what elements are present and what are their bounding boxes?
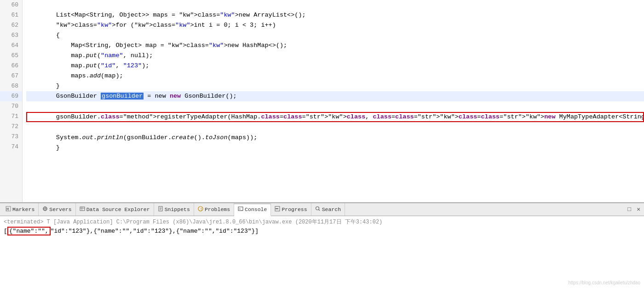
servers-tab-label: Servers bbox=[49, 206, 71, 212]
tab-progress[interactable]: Progress bbox=[271, 203, 311, 216]
code-line-64: Map<String, Object> map = "kw">class="kw… bbox=[26, 41, 644, 51]
code-line-73: System.out.println(gsonBuilder.create().… bbox=[26, 133, 644, 143]
svg-point-18 bbox=[316, 207, 319, 210]
line-num-73: 73 bbox=[0, 132, 22, 142]
problems-tab-icon: ! bbox=[198, 206, 203, 213]
tab-snippets[interactable]: Snippets bbox=[154, 203, 194, 216]
minimize-button[interactable]: □ bbox=[626, 206, 633, 212]
tab-console[interactable]: >_Console bbox=[234, 204, 271, 216]
tab-markers[interactable]: MMarkers bbox=[2, 203, 39, 216]
code-lines: List<Map<String, Object>> maps = "kw">cl… bbox=[23, 0, 644, 202]
console-terminated-text: <terminated> T [Java Application] C:\Pro… bbox=[4, 218, 640, 226]
line-num-66: 66 bbox=[0, 61, 22, 71]
search-tab-label: Search bbox=[322, 206, 341, 212]
code-line-61: List<Map<String, Object>> maps = "kw">cl… bbox=[26, 10, 644, 20]
tab-search[interactable]: Search bbox=[311, 203, 345, 216]
svg-text:M: M bbox=[6, 207, 9, 212]
tab-datasource[interactable]: Data Source Explorer bbox=[76, 203, 154, 216]
markers-tab-icon: M bbox=[6, 206, 11, 213]
datasource-tab-icon bbox=[80, 206, 85, 213]
line-num-64: 64 bbox=[0, 41, 22, 51]
console-tab-label: Console bbox=[245, 206, 267, 212]
line-num-74: 74 bbox=[0, 142, 22, 152]
code-line-72 bbox=[26, 123, 644, 133]
markers-tab-label: Markers bbox=[12, 206, 34, 212]
problems-tab-label: Problems bbox=[205, 206, 230, 212]
line-num-68: 68 bbox=[0, 81, 22, 91]
line-num-72: 72 bbox=[0, 122, 22, 132]
code-line-67: maps.add(map); bbox=[26, 71, 644, 81]
code-line-62: "kw">class="kw">for ("kw">class="kw">int… bbox=[26, 20, 644, 30]
snippets-tab-label: Snippets bbox=[165, 206, 190, 212]
progress-tab-label: Progress bbox=[282, 206, 307, 212]
line-num-67: 67 bbox=[0, 71, 22, 81]
bottom-panel: MMarkersServersData Source ExplorerSnipp… bbox=[0, 203, 644, 288]
console-tab-icon: >_ bbox=[238, 206, 243, 213]
line-num-62: 62 bbox=[0, 20, 22, 30]
watermark: https://blog.csdn.net/kgailetu/zhdao bbox=[568, 280, 640, 285]
line-num-63: 63 bbox=[0, 30, 22, 41]
line-num-61: 61 bbox=[0, 10, 22, 20]
line-numbers: 606162636465666768697071727374 bbox=[0, 0, 23, 202]
line-num-69: 69 bbox=[0, 91, 22, 101]
code-line-68: } bbox=[26, 81, 644, 91]
console-output: [{"name":"","id":"123"},{"name":"","id":… bbox=[4, 228, 640, 235]
progress-tab-icon bbox=[275, 206, 280, 213]
code-line-66: map.put("id", "123"); bbox=[26, 61, 644, 71]
line-num-70: 70 bbox=[0, 101, 22, 112]
snippets-tab-icon bbox=[158, 206, 163, 213]
line-num-60: 60 bbox=[0, 0, 22, 10]
tab-bar: MMarkersServersData Source ExplorerSnipp… bbox=[0, 203, 644, 216]
svg-text:!: ! bbox=[200, 207, 202, 211]
svg-rect-5 bbox=[80, 207, 85, 211]
code-line-60 bbox=[26, 0, 644, 10]
code-line-69: GsonBuilder gsonBuilder = new new GsonBu… bbox=[26, 91, 644, 101]
svg-text:>_: >_ bbox=[239, 207, 243, 211]
line-num-65: 65 bbox=[0, 51, 22, 61]
line-num-71: 71 bbox=[0, 112, 22, 122]
code-line-70 bbox=[26, 101, 644, 112]
code-editor: 606162636465666768697071727374 List<Map<… bbox=[0, 0, 644, 203]
output-rest: "id":"123"},{"name":"","id":"123"},{"nam… bbox=[51, 228, 259, 235]
tab-servers[interactable]: Servers bbox=[39, 203, 75, 216]
code-line-63: { bbox=[26, 30, 644, 41]
output-boxed: {"name":"", bbox=[7, 227, 51, 235]
code-line-71: gsonBuilder.class="method">registerTypeA… bbox=[26, 112, 644, 122]
servers-tab-icon bbox=[42, 206, 48, 213]
console-content: <terminated> T [Java Application] C:\Pro… bbox=[0, 216, 644, 288]
code-line-74: } bbox=[26, 143, 644, 153]
horizontal-scrollbar[interactable] bbox=[0, 202, 644, 203]
svg-line-19 bbox=[318, 210, 320, 211]
svg-rect-17 bbox=[276, 208, 278, 209]
output-bracket-open: [ bbox=[4, 228, 7, 235]
tab-problems[interactable]: !Problems bbox=[194, 203, 234, 216]
tab-bar-right: □ ✕ bbox=[626, 206, 642, 212]
search-tab-icon bbox=[315, 206, 321, 213]
close-button[interactable]: ✕ bbox=[635, 206, 642, 212]
code-line-65: map.put("name", null); bbox=[26, 51, 644, 61]
datasource-tab-label: Data Source Explorer bbox=[86, 206, 150, 212]
